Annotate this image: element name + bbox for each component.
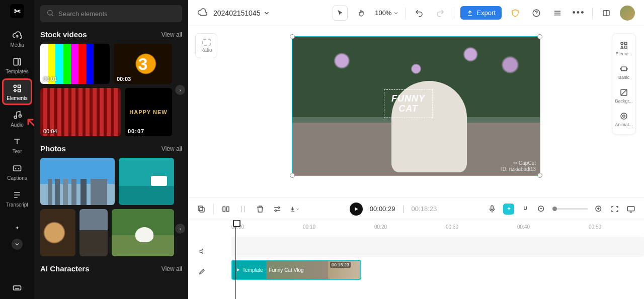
thumb-stock-video[interactable]: 00:04 — [40, 88, 121, 136]
nav-elements[interactable]: Elements — [3, 79, 31, 104]
thumb-stock-video[interactable]: 00:01 — [40, 44, 110, 84]
rt-animation[interactable]: Animat... — [614, 109, 634, 130]
adjust-button[interactable] — [272, 204, 282, 214]
nav-label: Captions — [7, 175, 27, 181]
ratio-button[interactable]: Ratio — [195, 33, 217, 58]
elements-icon — [619, 41, 628, 50]
nav-keyboard[interactable] — [3, 279, 31, 296]
thumb-duration: 00:01 — [43, 76, 57, 82]
split-alt-icon — [238, 205, 248, 214]
clip-template-text: Template — [243, 267, 263, 273]
layers-button[interactable] — [550, 6, 565, 21]
timeline-tracks[interactable]: 00:00 00:10 00:20 00:30 00:40 00:50 Temp… — [216, 220, 644, 299]
nav-captions[interactable]: Captions — [3, 159, 31, 184]
help-button[interactable] — [529, 6, 544, 21]
undo-icon — [415, 9, 424, 18]
magnet-button[interactable] — [520, 204, 530, 214]
split-disabled-button — [238, 204, 248, 214]
play-button[interactable] — [350, 203, 363, 216]
zoom-out-button[interactable] — [536, 204, 546, 214]
rt-elements[interactable]: Eleme... — [614, 38, 634, 59]
thumb-stock-video[interactable]: HAPPY NEW 00:07 — [125, 88, 172, 136]
track-mute-button[interactable] — [197, 246, 207, 256]
user-avatar[interactable] — [620, 6, 635, 21]
thumb-photo[interactable] — [112, 209, 174, 256]
zoom-dropdown[interactable]: 100% — [375, 9, 399, 17]
svg-rect-26 — [627, 206, 634, 211]
caption-line2: CAT — [398, 104, 418, 114]
basic-icon — [619, 64, 628, 73]
mic-button[interactable] — [487, 204, 497, 214]
ai-button[interactable]: ✦ — [503, 204, 514, 215]
duplicate-button[interactable] — [196, 204, 206, 214]
resize-handle[interactable] — [537, 34, 542, 39]
svg-point-21 — [278, 207, 280, 208]
split-icon — [221, 205, 230, 214]
fit-button[interactable] — [610, 204, 620, 214]
shield-button[interactable] — [508, 6, 523, 21]
play-icon — [235, 267, 240, 272]
nav-text[interactable]: Text — [3, 133, 31, 157]
timeline-ruler[interactable]: 00:00 00:10 00:20 00:30 00:40 00:50 — [216, 220, 644, 233]
zoom-value: 100% — [375, 9, 391, 17]
split-button[interactable] — [221, 204, 231, 214]
clip-template-badge: Template — [232, 261, 266, 279]
download-button[interactable] — [289, 204, 299, 214]
hand-tool-button[interactable] — [354, 6, 369, 21]
zoom-in-button[interactable] — [594, 204, 604, 214]
app-logo[interactable]: ✂ — [10, 4, 24, 18]
playhead[interactable] — [235, 220, 236, 299]
search-input[interactable]: Search elements — [40, 5, 182, 22]
svg-point-2 — [14, 85, 16, 87]
thumb-photo[interactable] — [79, 209, 108, 256]
nav-templates[interactable]: Templates — [3, 53, 31, 77]
shield-icon — [511, 9, 520, 18]
rt-background[interactable]: Backgr... — [614, 85, 634, 107]
resize-handle[interactable] — [290, 34, 295, 39]
row-next-button[interactable]: › — [175, 224, 185, 234]
thumb-photo[interactable] — [40, 158, 115, 205]
delete-button[interactable] — [255, 204, 265, 214]
track-edit-button[interactable] — [197, 266, 207, 276]
view-all-photos[interactable]: View all — [162, 145, 182, 152]
track-row-empty — [216, 235, 644, 258]
preview-caption[interactable]: FUNNY CAT — [384, 89, 433, 119]
nav-more[interactable] — [3, 238, 31, 251]
clip-body: Funny Cat Vlog — [266, 261, 328, 279]
panel-toggle-button[interactable] — [599, 6, 614, 21]
cursor-tool-button[interactable] — [333, 6, 348, 21]
preview-button[interactable] — [626, 204, 636, 214]
nav-label: Audio — [11, 122, 24, 128]
row-next-button[interactable]: › — [175, 85, 185, 95]
thumb-photo[interactable] — [40, 209, 75, 256]
view-all-ai-characters[interactable]: View all — [162, 265, 182, 272]
ruler-mark: 00:50 — [589, 224, 601, 230]
thumb-photo[interactable] — [119, 158, 174, 205]
nav-transcript[interactable]: Transcript — [3, 186, 31, 211]
svg-point-16 — [623, 115, 625, 118]
zoom-slider[interactable] — [552, 208, 588, 210]
topbar: 202402151045 100% Export — [188, 0, 644, 26]
view-all-stock-videos[interactable]: View all — [162, 31, 182, 38]
thumb-stock-video[interactable]: 3 00:03 — [114, 44, 172, 84]
nav-audio[interactable]: Audio — [3, 106, 31, 131]
empty-track[interactable] — [231, 237, 644, 257]
svg-point-11 — [621, 42, 623, 45]
copy-icon — [197, 205, 206, 214]
resize-handle[interactable] — [290, 173, 295, 178]
nav-label: Media — [10, 42, 24, 48]
redo-button[interactable] — [433, 6, 448, 21]
video-preview[interactable]: FUNNY CAT ✂ CapCut ID: rizkiabadi13 — [292, 36, 540, 176]
divider — [405, 8, 406, 19]
rt-basic[interactable]: Basic — [614, 61, 634, 83]
nav-media[interactable]: Media — [3, 26, 31, 51]
undo-button[interactable] — [412, 6, 427, 21]
svg-rect-18 — [198, 206, 203, 211]
project-name-dropdown[interactable]: 202402151045 — [213, 9, 270, 17]
nav-effects[interactable]: ✦ — [3, 219, 31, 236]
resize-handle[interactable] — [537, 173, 542, 178]
more-button[interactable]: ••• — [571, 6, 586, 21]
zoom-out-icon — [537, 205, 546, 214]
video-clip[interactable]: Template Funny Cat Vlog 00:18:23 — [231, 260, 361, 280]
export-button[interactable]: Export — [460, 6, 502, 20]
